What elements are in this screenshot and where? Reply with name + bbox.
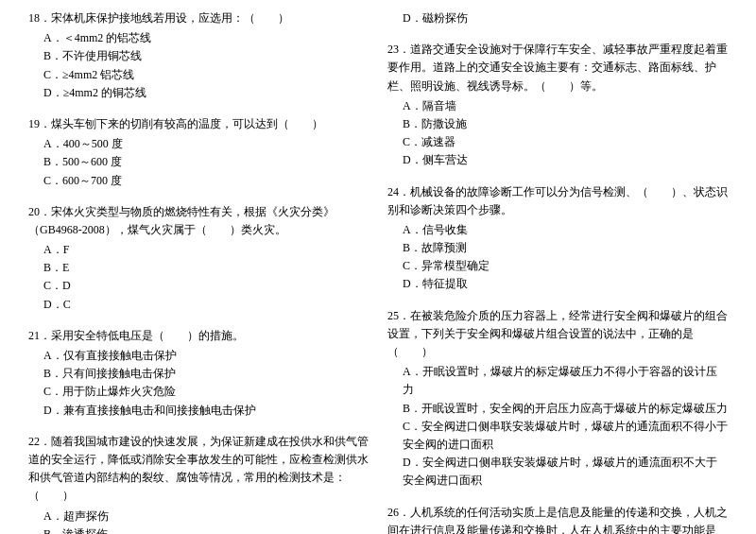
option-q18-2: C．≥4mm2 铝芯线 bbox=[28, 66, 369, 84]
question-title-q22: 22．随着我国城市建设的快速发展，为保证新建成在投供水和供气管道的安全运行，降低… bbox=[28, 433, 369, 506]
question-title-q25: 25．在被装危险介质的压力容器上，经常进行安全阀和爆破片的组合设置，下列关于安全… bbox=[387, 307, 728, 362]
option-q19-1: B．500～600 度 bbox=[28, 153, 369, 171]
option-q23-2: C．减速器 bbox=[387, 133, 728, 151]
option-q20-0: A．F bbox=[28, 241, 369, 259]
question-block-q22: 22．随着我国城市建设的快速发展，为保证新建成在投供水和供气管道的安全运行，降低… bbox=[28, 433, 369, 534]
option-q20-2: C．D bbox=[28, 277, 369, 295]
option-q25-3: D．安全阀进口侧串联安装爆破片时，爆破片的通流面积不大于安全阀进口面积 bbox=[387, 454, 728, 490]
option-q23-1: B．防撒设施 bbox=[387, 115, 728, 133]
option-q23-0: A．隔音墙 bbox=[387, 97, 728, 115]
option-q24-1: B．故障预测 bbox=[387, 239, 728, 257]
option-q19-2: C．600～700 度 bbox=[28, 172, 369, 190]
option-q25-0: A．开眠设置时，爆破片的标定爆破压力不得小于容器的设计压力 bbox=[387, 363, 728, 399]
question-title-q19: 19．煤头车刨下来的切削有较高的温度，可以达到（ ） bbox=[28, 115, 369, 133]
option-q18-1: B．不许使用铜芯线 bbox=[28, 47, 369, 65]
question-block-q25: 25．在被装危险介质的压力容器上，经常进行安全阀和爆破片的组合设置，下列关于安全… bbox=[387, 307, 728, 491]
question-title-q20: 20．宋体火灾类型与物质的燃烧特性有关，根据《火灾分类》（GB4968-2008… bbox=[28, 203, 369, 239]
option-q18-3: D．≥4mm2 的铜芯线 bbox=[28, 84, 369, 102]
question-block-q23: 23．道路交通安全设施对于保障行车安全、减轻事故严重程度起着重要作用。道路上的交… bbox=[387, 41, 728, 169]
question-block-q26: 26．人机系统的任何活动实质上是信息及能量的传递和交换，人机之间在进行信息及能量… bbox=[387, 504, 728, 535]
question-title-q23: 23．道路交通安全设施对于保障行车安全、减轻事故严重程度起着重要作用。道路上的交… bbox=[387, 41, 728, 95]
option-q24-0: A．信号收集 bbox=[387, 221, 728, 239]
option-q25-2: C．安全阀进口侧串联安装爆破片时，爆破片的通流面积不得小于安全阀的进口面积 bbox=[387, 418, 728, 454]
question-block-q22d: D．磁粉探伤 bbox=[387, 9, 728, 27]
option-q19-0: A．400～500 度 bbox=[28, 135, 369, 153]
option-q22d-0: D．磁粉探伤 bbox=[387, 9, 728, 27]
option-q21-1: B．只有间接接触电击保护 bbox=[28, 365, 369, 383]
option-q24-3: D．特征提取 bbox=[387, 275, 728, 293]
option-q23-3: D．侧车营达 bbox=[387, 151, 728, 169]
option-q22-1: B．渗透探伤 bbox=[28, 525, 369, 534]
question-block-q24: 24．机械设备的故障诊断工作可以分为信号检测、（ ）、状态识别和诊断决策四个步骤… bbox=[387, 183, 728, 294]
option-q21-2: C．用于防止爆炸火灾危险 bbox=[28, 383, 369, 401]
question-block-q19: 19．煤头车刨下来的切削有较高的温度，可以达到（ ）A．400～500 度B．5… bbox=[28, 115, 369, 190]
option-q21-0: A．仅有直接接触电击保护 bbox=[28, 347, 369, 365]
option-q21-3: D．兼有直接接触电击和间接接触电击保护 bbox=[28, 402, 369, 420]
option-q22-0: A．超声探伤 bbox=[28, 508, 369, 525]
question-title-q18: 18．宋体机床保护接地线若用设，应选用：（ ） bbox=[28, 9, 369, 27]
right-column: D．磁粉探伤23．道路交通安全设施对于保障行车安全、减轻事故严重程度起着重要作用… bbox=[387, 9, 728, 534]
question-block-q20: 20．宋体火灾类型与物质的燃烧特性有关，根据《火灾分类》（GB4968-2008… bbox=[28, 203, 369, 314]
question-title-q21: 21．采用安全特低电压是（ ）的措施。 bbox=[28, 327, 369, 345]
question-block-q21: 21．采用安全特低电压是（ ）的措施。A．仅有直接接触电击保护B．只有间接接触电… bbox=[28, 327, 369, 420]
question-block-q18: 18．宋体机床保护接地线若用设，应选用：（ ）A．＜4mm2 的铝芯线B．不许使… bbox=[28, 9, 369, 102]
option-q20-1: B．E bbox=[28, 259, 369, 277]
option-q18-0: A．＜4mm2 的铝芯线 bbox=[28, 29, 369, 47]
question-title-q26: 26．人机系统的任何活动实质上是信息及能量的传递和交换，人机之间在进行信息及能量… bbox=[387, 504, 728, 535]
question-title-q24: 24．机械设备的故障诊断工作可以分为信号检测、（ ）、状态识别和诊断决策四个步骤… bbox=[387, 183, 728, 219]
option-q20-3: D．C bbox=[28, 296, 369, 314]
option-q25-1: B．开眠设置时，安全阀的开启压力应高于爆破片的标定爆破压力 bbox=[387, 400, 728, 418]
option-q24-2: C．异常模型确定 bbox=[387, 257, 728, 275]
left-column: 18．宋体机床保护接地线若用设，应选用：（ ）A．＜4mm2 的铝芯线B．不许使… bbox=[28, 9, 369, 534]
